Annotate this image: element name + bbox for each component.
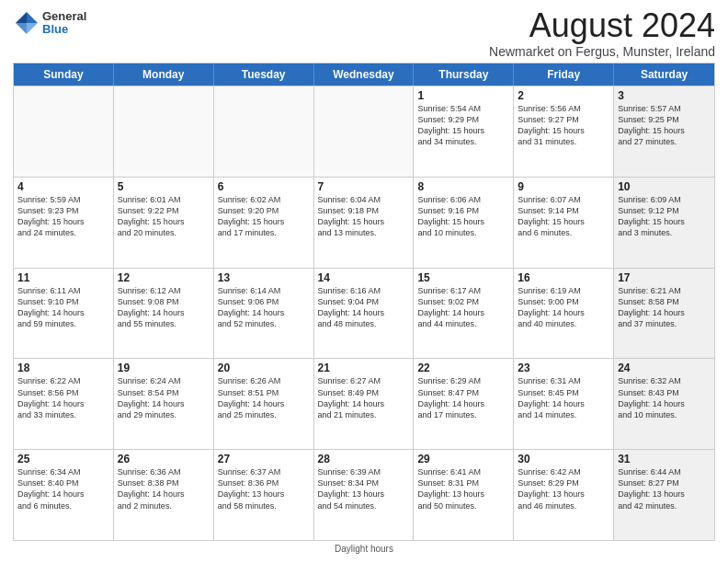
day-content: Sunrise: 6:12 AM Sunset: 9:08 PM Dayligh… (118, 285, 210, 330)
day-content: Sunrise: 5:54 AM Sunset: 9:29 PM Dayligh… (417, 103, 509, 148)
day-content: Sunrise: 6:06 AM Sunset: 9:16 PM Dayligh… (417, 194, 509, 239)
logo-text: General Blue (42, 10, 86, 37)
day-content: Sunrise: 6:29 AM Sunset: 8:47 PM Dayligh… (417, 375, 509, 420)
logo-icon (13, 9, 40, 37)
day-content: Sunrise: 6:07 AM Sunset: 9:14 PM Dayligh… (518, 194, 609, 239)
day-content: Sunrise: 6:01 AM Sunset: 9:22 PM Dayligh… (118, 194, 210, 239)
empty-cell (214, 86, 314, 177)
day-content: Sunrise: 6:36 AM Sunset: 8:38 PM Dayligh… (118, 466, 210, 511)
day-cell-19: 19Sunrise: 6:24 AM Sunset: 8:54 PM Dayli… (114, 359, 214, 449)
day-number: 25 (17, 453, 109, 465)
day-cell-25: 25Sunrise: 6:34 AM Sunset: 8:40 PM Dayli… (14, 450, 114, 540)
day-number: 19 (118, 362, 210, 374)
day-number: 18 (17, 362, 109, 374)
day-number: 27 (218, 453, 310, 465)
day-number: 21 (318, 362, 410, 374)
day-number: 16 (518, 271, 609, 284)
svg-marker-2 (16, 12, 27, 23)
day-content: Sunrise: 6:34 AM Sunset: 8:40 PM Dayligh… (17, 466, 109, 511)
day-content: Sunrise: 6:02 AM Sunset: 9:20 PM Dayligh… (218, 194, 310, 239)
day-number: 1 (417, 89, 509, 102)
day-number: 9 (518, 180, 609, 193)
day-content: Sunrise: 6:32 AM Sunset: 8:43 PM Dayligh… (618, 375, 711, 420)
day-content: Sunrise: 5:59 AM Sunset: 9:23 PM Dayligh… (17, 194, 109, 239)
svg-marker-4 (27, 23, 38, 34)
day-content: Sunrise: 6:27 AM Sunset: 8:49 PM Dayligh… (318, 375, 410, 420)
day-content: Sunrise: 6:17 AM Sunset: 9:02 PM Dayligh… (417, 285, 509, 330)
day-header-monday: Monday (114, 63, 214, 86)
day-cell-26: 26Sunrise: 6:36 AM Sunset: 8:38 PM Dayli… (114, 450, 214, 540)
day-number: 17 (618, 271, 711, 284)
day-cell-7: 7Sunrise: 6:04 AM Sunset: 9:18 PM Daylig… (314, 178, 415, 268)
day-content: Sunrise: 6:42 AM Sunset: 8:29 PM Dayligh… (518, 466, 609, 511)
day-number: 8 (417, 180, 509, 193)
day-content: Sunrise: 6:37 AM Sunset: 8:36 PM Dayligh… (218, 466, 310, 511)
day-cell-15: 15Sunrise: 6:17 AM Sunset: 9:02 PM Dayli… (414, 269, 514, 359)
day-cell-14: 14Sunrise: 6:16 AM Sunset: 9:04 PM Dayli… (314, 269, 415, 359)
day-number: 14 (318, 271, 410, 284)
day-number: 31 (618, 453, 711, 465)
location: Newmarket on Fergus, Munster, Ireland (489, 44, 715, 59)
calendar-week-1: 4Sunrise: 5:59 AM Sunset: 9:23 PM Daylig… (14, 177, 714, 268)
day-cell-4: 4Sunrise: 5:59 AM Sunset: 9:23 PM Daylig… (14, 178, 114, 268)
day-cell-28: 28Sunrise: 6:39 AM Sunset: 8:34 PM Dayli… (314, 450, 415, 540)
day-header-tuesday: Tuesday (214, 63, 314, 86)
day-number: 6 (218, 180, 310, 193)
day-cell-1: 1Sunrise: 5:54 AM Sunset: 9:29 PM Daylig… (414, 86, 514, 177)
calendar-week-4: 25Sunrise: 6:34 AM Sunset: 8:40 PM Dayli… (14, 449, 714, 540)
day-number: 26 (118, 453, 210, 465)
day-number: 3 (618, 89, 711, 102)
day-cell-11: 11Sunrise: 6:11 AM Sunset: 9:10 PM Dayli… (14, 269, 114, 359)
day-content: Sunrise: 6:24 AM Sunset: 8:54 PM Dayligh… (118, 375, 210, 420)
day-content: Sunrise: 6:11 AM Sunset: 9:10 PM Dayligh… (17, 285, 109, 330)
day-content: Sunrise: 6:04 AM Sunset: 9:18 PM Dayligh… (318, 194, 410, 239)
day-cell-23: 23Sunrise: 6:31 AM Sunset: 8:45 PM Dayli… (514, 359, 614, 449)
calendar-week-0: 1Sunrise: 5:54 AM Sunset: 9:29 PM Daylig… (14, 86, 714, 177)
calendar-week-3: 18Sunrise: 6:22 AM Sunset: 8:56 PM Dayli… (14, 358, 714, 449)
day-number: 22 (417, 362, 509, 374)
day-content: Sunrise: 5:57 AM Sunset: 9:25 PM Dayligh… (618, 103, 711, 148)
logo: General Blue (13, 9, 86, 37)
day-content: Sunrise: 6:31 AM Sunset: 8:45 PM Dayligh… (518, 375, 609, 420)
page: General Blue August 2024 Newmarket on Fe… (0, 0, 728, 563)
day-header-sunday: Sunday (14, 63, 114, 86)
day-number: 23 (518, 362, 609, 374)
month-title: August 2024 (489, 9, 715, 42)
day-header-friday: Friday (514, 63, 614, 86)
calendar-body: 1Sunrise: 5:54 AM Sunset: 9:29 PM Daylig… (14, 86, 714, 540)
day-content: Sunrise: 6:16 AM Sunset: 9:04 PM Dayligh… (318, 285, 410, 330)
footer-note: Daylight hours (13, 544, 715, 554)
day-number: 30 (518, 453, 609, 465)
day-content: Sunrise: 6:21 AM Sunset: 8:58 PM Dayligh… (618, 285, 711, 330)
day-cell-9: 9Sunrise: 6:07 AM Sunset: 9:14 PM Daylig… (514, 178, 614, 268)
day-cell-16: 16Sunrise: 6:19 AM Sunset: 9:00 PM Dayli… (514, 269, 614, 359)
svg-marker-1 (27, 12, 38, 23)
logo-blue-text: Blue (42, 23, 86, 36)
day-content: Sunrise: 6:44 AM Sunset: 8:27 PM Dayligh… (618, 466, 711, 511)
day-cell-24: 24Sunrise: 6:32 AM Sunset: 8:43 PM Dayli… (614, 359, 714, 449)
day-cell-8: 8Sunrise: 6:06 AM Sunset: 9:16 PM Daylig… (414, 178, 514, 268)
day-number: 10 (618, 180, 711, 193)
day-content: Sunrise: 6:09 AM Sunset: 9:12 PM Dayligh… (618, 194, 711, 239)
empty-cell (14, 86, 114, 177)
day-number: 5 (118, 180, 210, 193)
title-block: August 2024 Newmarket on Fergus, Munster… (489, 9, 715, 59)
day-number: 28 (318, 453, 410, 465)
svg-marker-3 (16, 23, 27, 34)
day-number: 20 (218, 362, 310, 374)
day-cell-20: 20Sunrise: 6:26 AM Sunset: 8:51 PM Dayli… (214, 359, 314, 449)
calendar-week-2: 11Sunrise: 6:11 AM Sunset: 9:10 PM Dayli… (14, 268, 714, 359)
day-cell-21: 21Sunrise: 6:27 AM Sunset: 8:49 PM Dayli… (314, 359, 415, 449)
day-cell-22: 22Sunrise: 6:29 AM Sunset: 8:47 PM Dayli… (414, 359, 514, 449)
day-cell-5: 5Sunrise: 6:01 AM Sunset: 9:22 PM Daylig… (114, 178, 214, 268)
day-content: Sunrise: 6:39 AM Sunset: 8:34 PM Dayligh… (318, 466, 410, 511)
day-content: Sunrise: 5:56 AM Sunset: 9:27 PM Dayligh… (518, 103, 609, 148)
day-number: 24 (618, 362, 711, 374)
day-number: 15 (417, 271, 509, 284)
day-cell-31: 31Sunrise: 6:44 AM Sunset: 8:27 PM Dayli… (614, 450, 714, 540)
day-cell-10: 10Sunrise: 6:09 AM Sunset: 9:12 PM Dayli… (614, 178, 714, 268)
day-number: 11 (17, 271, 109, 284)
day-cell-3: 3Sunrise: 5:57 AM Sunset: 9:25 PM Daylig… (614, 86, 714, 177)
day-content: Sunrise: 6:22 AM Sunset: 8:56 PM Dayligh… (17, 375, 109, 420)
calendar-header: SundayMondayTuesdayWednesdayThursdayFrid… (14, 63, 714, 86)
